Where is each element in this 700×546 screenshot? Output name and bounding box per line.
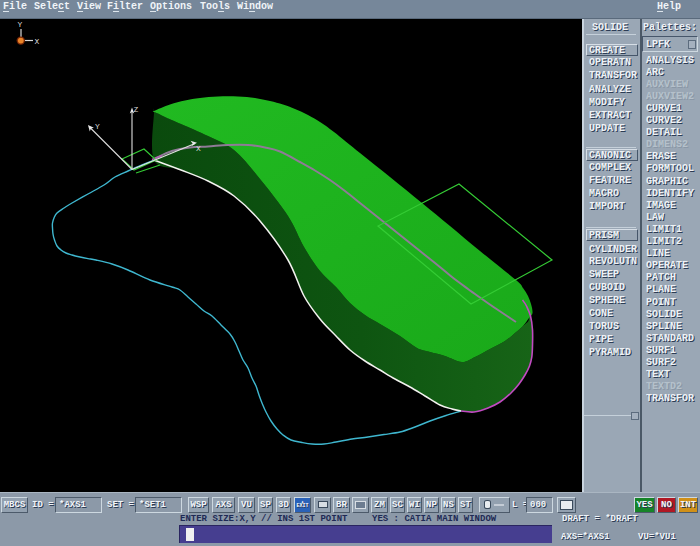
svg-text:X: X bbox=[35, 37, 40, 46]
svg-text:Y: Y bbox=[18, 20, 23, 29]
svg-text:Z: Z bbox=[134, 105, 139, 114]
svg-text:Y: Y bbox=[95, 122, 100, 131]
svg-text:X: X bbox=[196, 144, 201, 153]
